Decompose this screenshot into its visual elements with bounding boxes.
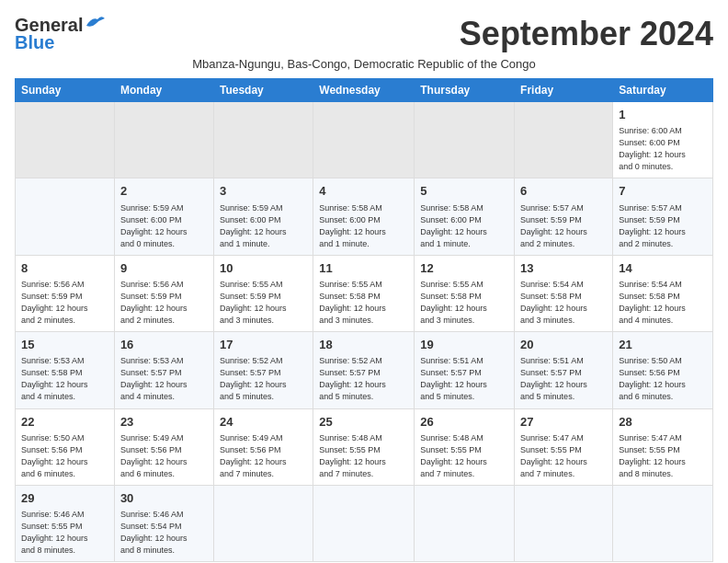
logo: General Blue <box>15 15 105 53</box>
day-number: 24 <box>220 414 307 431</box>
calendar-cell: 16Sunrise: 5:53 AM Sunset: 5:57 PM Dayli… <box>114 332 213 408</box>
calendar-cell: 22Sunrise: 5:50 AM Sunset: 5:56 PM Dayli… <box>16 408 115 485</box>
calendar-cell <box>613 485 713 561</box>
calendar-header-row: SundayMondayTuesdayWednesdayThursdayFrid… <box>16 79 713 102</box>
header-saturday: Saturday <box>613 79 713 102</box>
calendar-cell <box>515 485 613 561</box>
day-number: 22 <box>21 414 108 431</box>
day-info: Sunrise: 5:47 AM Sunset: 5:55 PM Dayligh… <box>619 432 707 480</box>
day-number: 2 <box>120 183 208 200</box>
calendar-week-2: 8Sunrise: 5:56 AM Sunset: 5:59 PM Daylig… <box>16 255 713 331</box>
day-number: 19 <box>420 337 508 353</box>
calendar-cell <box>114 102 213 178</box>
calendar-cell: 3Sunrise: 5:59 AM Sunset: 6:00 PM Daylig… <box>213 178 313 255</box>
logo-bird-icon <box>85 15 105 29</box>
day-info: Sunrise: 6:00 AM Sunset: 6:00 PM Dayligh… <box>619 125 707 173</box>
header-sunday: Sunday <box>16 79 115 102</box>
day-number: 21 <box>619 337 707 353</box>
day-number: 6 <box>520 183 607 200</box>
day-number: 1 <box>619 107 707 123</box>
day-number: 11 <box>319 260 408 277</box>
day-info: Sunrise: 5:58 AM Sunset: 6:00 PM Dayligh… <box>319 202 408 250</box>
day-number: 20 <box>520 337 607 353</box>
day-info: Sunrise: 5:48 AM Sunset: 5:55 PM Dayligh… <box>420 432 508 480</box>
day-number: 14 <box>619 260 707 277</box>
calendar-cell <box>213 102 313 178</box>
day-info: Sunrise: 5:50 AM Sunset: 5:56 PM Dayligh… <box>619 355 707 403</box>
location-title: Mbanza-Ngungu, Bas-Congo, Democratic Rep… <box>15 57 713 71</box>
day-number: 15 <box>21 337 108 353</box>
day-info: Sunrise: 5:50 AM Sunset: 5:56 PM Dayligh… <box>21 432 108 480</box>
calendar-cell <box>313 102 415 178</box>
day-info: Sunrise: 5:49 AM Sunset: 5:56 PM Dayligh… <box>120 432 208 480</box>
calendar-cell <box>16 178 115 255</box>
calendar-cell: 10Sunrise: 5:55 AM Sunset: 5:59 PM Dayli… <box>213 255 313 331</box>
calendar-week-1: 2Sunrise: 5:59 AM Sunset: 6:00 PM Daylig… <box>16 178 713 255</box>
day-info: Sunrise: 5:48 AM Sunset: 5:55 PM Dayligh… <box>319 432 408 480</box>
day-number: 10 <box>220 260 307 277</box>
day-number: 26 <box>420 414 508 431</box>
day-info: Sunrise: 5:47 AM Sunset: 5:55 PM Dayligh… <box>520 432 607 480</box>
day-number: 29 <box>21 490 108 507</box>
day-number: 7 <box>619 183 707 200</box>
day-info: Sunrise: 5:58 AM Sunset: 6:00 PM Dayligh… <box>420 202 508 250</box>
day-number: 30 <box>120 490 208 507</box>
day-info: Sunrise: 5:46 AM Sunset: 5:54 PM Dayligh… <box>120 509 208 557</box>
day-number: 16 <box>120 337 208 353</box>
calendar-table: SundayMondayTuesdayWednesdayThursdayFrid… <box>15 78 713 562</box>
calendar-cell: 12Sunrise: 5:55 AM Sunset: 5:58 PM Dayli… <box>415 255 515 331</box>
day-number: 3 <box>220 183 307 200</box>
day-info: Sunrise: 5:59 AM Sunset: 6:00 PM Dayligh… <box>220 202 307 250</box>
calendar-cell: 4Sunrise: 5:58 AM Sunset: 6:00 PM Daylig… <box>313 178 415 255</box>
day-info: Sunrise: 5:53 AM Sunset: 5:57 PM Dayligh… <box>120 355 208 403</box>
calendar-week-4: 22Sunrise: 5:50 AM Sunset: 5:56 PM Dayli… <box>16 408 713 485</box>
calendar-cell: 26Sunrise: 5:48 AM Sunset: 5:55 PM Dayli… <box>415 408 515 485</box>
day-info: Sunrise: 5:59 AM Sunset: 6:00 PM Dayligh… <box>120 202 208 250</box>
day-info: Sunrise: 5:52 AM Sunset: 5:57 PM Dayligh… <box>319 355 408 403</box>
day-number: 13 <box>520 260 607 277</box>
calendar-week-3: 15Sunrise: 5:53 AM Sunset: 5:58 PM Dayli… <box>16 332 713 408</box>
day-number: 25 <box>319 414 408 431</box>
calendar-cell: 8Sunrise: 5:56 AM Sunset: 5:59 PM Daylig… <box>16 255 115 331</box>
day-info: Sunrise: 5:51 AM Sunset: 5:57 PM Dayligh… <box>520 355 607 403</box>
day-number: 5 <box>420 183 508 200</box>
calendar-cell: 28Sunrise: 5:47 AM Sunset: 5:55 PM Dayli… <box>613 408 713 485</box>
day-number: 9 <box>120 260 208 277</box>
day-number: 4 <box>319 183 408 200</box>
day-info: Sunrise: 5:56 AM Sunset: 5:59 PM Dayligh… <box>21 279 108 327</box>
calendar-cell: 9Sunrise: 5:56 AM Sunset: 5:59 PM Daylig… <box>114 255 213 331</box>
calendar-cell: 13Sunrise: 5:54 AM Sunset: 5:58 PM Dayli… <box>515 255 613 331</box>
calendar-cell <box>515 102 613 178</box>
day-info: Sunrise: 5:54 AM Sunset: 5:58 PM Dayligh… <box>520 279 607 327</box>
calendar-cell: 15Sunrise: 5:53 AM Sunset: 5:58 PM Dayli… <box>16 332 115 408</box>
calendar-cell <box>213 485 313 561</box>
calendar-cell: 11Sunrise: 5:55 AM Sunset: 5:58 PM Dayli… <box>313 255 415 331</box>
day-info: Sunrise: 5:55 AM Sunset: 5:59 PM Dayligh… <box>220 279 307 327</box>
calendar-cell: 14Sunrise: 5:54 AM Sunset: 5:58 PM Dayli… <box>613 255 713 331</box>
calendar-cell: 27Sunrise: 5:47 AM Sunset: 5:55 PM Dayli… <box>515 408 613 485</box>
calendar-cell: 2Sunrise: 5:59 AM Sunset: 6:00 PM Daylig… <box>114 178 213 255</box>
day-info: Sunrise: 5:53 AM Sunset: 5:58 PM Dayligh… <box>21 355 108 403</box>
calendar-cell: 29Sunrise: 5:46 AM Sunset: 5:55 PM Dayli… <box>16 485 115 561</box>
day-number: 27 <box>520 414 607 431</box>
logo-blue: Blue <box>15 32 54 53</box>
calendar-body: 1Sunrise: 6:00 AM Sunset: 6:00 PM Daylig… <box>16 102 713 562</box>
calendar-week-5: 29Sunrise: 5:46 AM Sunset: 5:55 PM Dayli… <box>16 485 713 561</box>
day-info: Sunrise: 5:51 AM Sunset: 5:57 PM Dayligh… <box>420 355 508 403</box>
month-title: September 2024 <box>460 15 713 53</box>
calendar-cell: 6Sunrise: 5:57 AM Sunset: 5:59 PM Daylig… <box>515 178 613 255</box>
calendar-cell <box>16 102 115 178</box>
calendar-cell: 20Sunrise: 5:51 AM Sunset: 5:57 PM Dayli… <box>515 332 613 408</box>
header-wednesday: Wednesday <box>313 79 415 102</box>
day-number: 12 <box>420 260 508 277</box>
day-info: Sunrise: 5:55 AM Sunset: 5:58 PM Dayligh… <box>420 279 508 327</box>
day-number: 23 <box>120 414 208 431</box>
header-tuesday: Tuesday <box>213 79 313 102</box>
calendar-cell: 25Sunrise: 5:48 AM Sunset: 5:55 PM Dayli… <box>313 408 415 485</box>
calendar-cell <box>415 485 515 561</box>
day-info: Sunrise: 5:49 AM Sunset: 5:56 PM Dayligh… <box>220 432 307 480</box>
day-info: Sunrise: 5:46 AM Sunset: 5:55 PM Dayligh… <box>21 509 108 557</box>
calendar-cell: 1Sunrise: 6:00 AM Sunset: 6:00 PM Daylig… <box>613 102 713 178</box>
day-number: 18 <box>319 337 408 353</box>
calendar-cell: 24Sunrise: 5:49 AM Sunset: 5:56 PM Dayli… <box>213 408 313 485</box>
